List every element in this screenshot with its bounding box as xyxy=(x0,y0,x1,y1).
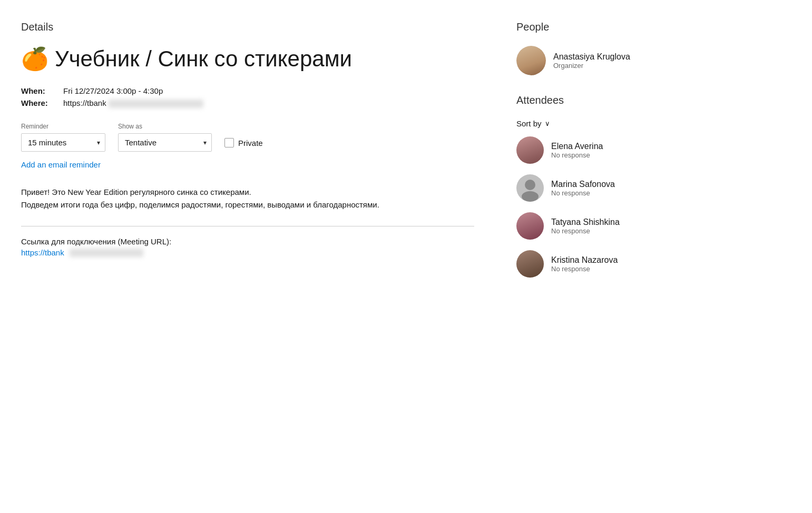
event-title-row: 🍊 Учебник / Синк со стикерами xyxy=(21,46,474,72)
when-row: When: Fri 12/27/2024 3:00p - 4:30p xyxy=(21,86,474,95)
attendee-row: Marina Safonova No response xyxy=(516,174,696,202)
organizer-info: Anastasiya Kruglova Organizer xyxy=(553,52,630,70)
show-as-label: Show as xyxy=(118,123,212,130)
attendee-avatar-tatyana xyxy=(516,212,544,240)
attendee-info-tatyana: Tatyana Shishkina No response xyxy=(551,218,620,235)
event-emoji: 🍊 xyxy=(21,46,48,72)
section-title: Details xyxy=(21,21,474,33)
show-as-group: Show as Free Working elsewhere Tentative… xyxy=(118,123,212,152)
organizer-name: Anastasiya Kruglova xyxy=(553,52,630,62)
attendee-avatar-elena xyxy=(516,136,544,164)
attendee-name-kristina: Kristina Nazarova xyxy=(551,255,618,265)
attendee-status-elena: No response xyxy=(551,151,603,159)
attendee-status-marina: No response xyxy=(551,189,615,197)
attendee-info-elena: Elena Averina No response xyxy=(551,142,603,159)
attendee-name-tatyana: Tatyana Shishkina xyxy=(551,218,620,227)
people-title: People xyxy=(516,21,696,33)
attendee-info-marina: Marina Safonova No response xyxy=(551,180,615,197)
attendee-row: Tatyana Shishkina No response xyxy=(516,212,696,240)
meeting-url-section: Ссылка для подключения (Meeting URL): ht… xyxy=(21,237,474,257)
controls-row: Reminder 0 minutes 5 minutes 10 minutes … xyxy=(21,123,474,152)
organizer-avatar xyxy=(516,46,546,75)
where-label: Where: xyxy=(21,98,63,107)
add-email-reminder-link[interactable]: Add an email reminder xyxy=(21,160,101,169)
sort-by-row[interactable]: Sort by ∨ xyxy=(516,119,696,128)
organizer-row: Anastasiya Kruglova Organizer xyxy=(516,46,696,75)
reminder-label: Reminder xyxy=(21,123,105,130)
attendee-info-kristina: Kristina Nazarova No response xyxy=(551,255,618,273)
reminder-select[interactable]: 0 minutes 5 minutes 10 minutes 15 minute… xyxy=(21,133,105,152)
reminder-select-wrapper: 0 minutes 5 minutes 10 minutes 15 minute… xyxy=(21,133,105,152)
divider xyxy=(21,226,474,226)
attendee-status-tatyana: No response xyxy=(551,227,620,235)
meeting-url-text: https://tbank xyxy=(21,248,64,257)
attendee-name-elena: Elena Averina xyxy=(551,142,603,151)
private-label: Private xyxy=(238,139,263,147)
where-value: https://tbank xyxy=(63,98,203,108)
right-panel: People Anastasiya Kruglova Organizer Att… xyxy=(516,21,696,492)
meeting-url-link[interactable]: https://tbank xyxy=(21,248,474,257)
when-value: Fri 12/27/2024 3:00p - 4:30p xyxy=(63,86,163,95)
attendee-row: Kristina Nazarova No response xyxy=(516,250,696,278)
show-as-select-wrapper: Free Working elsewhere Tentative Busy Ou… xyxy=(118,133,212,152)
attendee-name-marina: Marina Safonova xyxy=(551,180,615,189)
organizer-role: Organizer xyxy=(553,62,630,70)
event-title-text: Учебник / Синк со стикерами xyxy=(55,46,352,72)
event-body-text: Привет! Это New Year Edition регулярного… xyxy=(21,188,379,209)
attendees-title: Attendees xyxy=(516,94,696,106)
private-group: Private xyxy=(224,138,263,152)
default-avatar-icon xyxy=(516,174,544,202)
svg-point-1 xyxy=(522,191,539,202)
attendee-status-kristina: No response xyxy=(551,265,618,273)
meta-table: When: Fri 12/27/2024 3:00p - 4:30p Where… xyxy=(21,86,474,108)
left-panel: Details 🍊 Учебник / Синк со стикерами Wh… xyxy=(21,21,474,492)
attendee-row: Elena Averina No response xyxy=(516,136,696,164)
where-row: Where: https://tbank xyxy=(21,98,474,108)
when-label: When: xyxy=(21,86,63,95)
show-as-select[interactable]: Free Working elsewhere Tentative Busy Ou… xyxy=(118,133,212,152)
people-section: People Anastasiya Kruglova Organizer xyxy=(516,21,696,75)
meeting-url-label: Ссылка для подключения (Meeting URL): xyxy=(21,237,474,246)
sort-chevron-icon: ∨ xyxy=(545,120,550,127)
attendee-avatar-marina xyxy=(516,174,544,202)
attendees-section: Attendees Sort by ∨ Elena Averina No res… xyxy=(516,94,696,278)
event-body: Привет! Это New Year Edition регулярного… xyxy=(21,186,474,211)
sort-by-label: Sort by xyxy=(516,119,542,128)
attendee-avatar-kristina xyxy=(516,250,544,278)
private-checkbox[interactable] xyxy=(224,138,234,147)
reminder-group: Reminder 0 minutes 5 minutes 10 minutes … xyxy=(21,123,105,152)
svg-point-0 xyxy=(525,180,535,190)
